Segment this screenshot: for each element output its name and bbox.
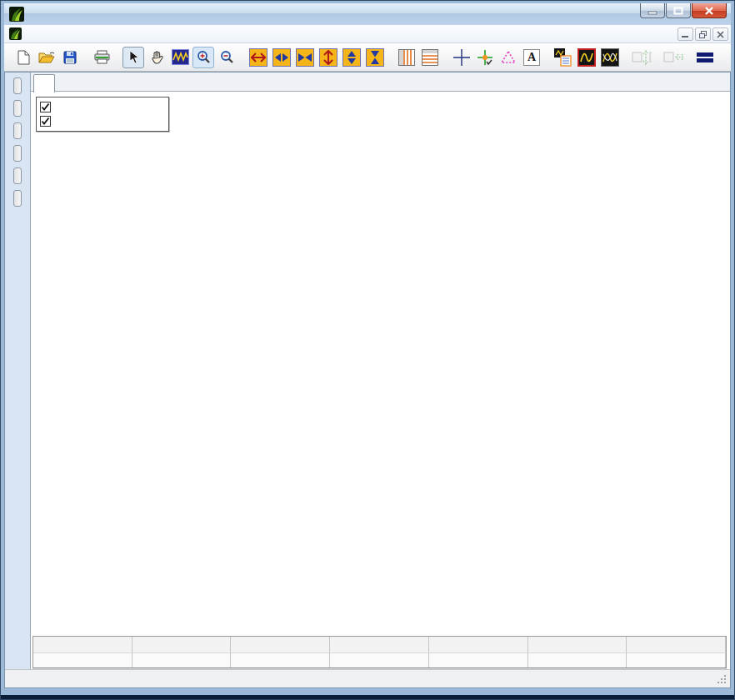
legend-line-sample-ph — [58, 121, 79, 122]
status-value-x-cursor — [33, 652, 132, 668]
title-bar[interactable] — [4, 3, 731, 25]
tab-strip — [31, 72, 730, 92]
menu-windows[interactable] — [65, 32, 78, 37]
legend-checkbox-ph[interactable] — [40, 116, 51, 127]
horizontal-grid-button[interactable] — [419, 47, 441, 68]
crosshair-cursor-button[interactable] — [451, 47, 472, 68]
layout-icon[interactable] — [694, 47, 716, 68]
legend-editor-button[interactable] — [552, 47, 574, 68]
stretch-y-axis-button[interactable] — [341, 47, 362, 68]
mdi-restore-button[interactable] — [695, 28, 711, 41]
plot-canvas[interactable] — [128, 168, 678, 556]
client-area — [4, 72, 731, 688]
legend-checkbox-db20[interactable] — [40, 102, 51, 112]
status-value-h-cal-1dx — [429, 652, 528, 668]
tracker-marker-button[interactable] — [474, 47, 496, 68]
menu-file[interactable] — [25, 32, 38, 37]
status-header-x-cursor — [33, 637, 132, 652]
status-value-row — [33, 652, 726, 668]
menu-help[interactable] — [78, 32, 92, 37]
select-arrow-button[interactable] — [122, 47, 144, 68]
legend-line-sample-db20 — [58, 107, 79, 108]
mdi-close-button[interactable] — [712, 28, 728, 41]
status-value-vert-d — [627, 652, 726, 668]
expand-x-axis-button[interactable] — [248, 47, 269, 68]
text-annotation-button[interactable]: A — [521, 47, 542, 68]
status-header-horz-d — [528, 637, 628, 652]
sidebar-item-edit-axes[interactable] — [13, 122, 22, 139]
legend-box — [36, 97, 169, 132]
status-header-y-cursor — [132, 637, 232, 652]
print-button[interactable] — [91, 47, 112, 68]
status-value-y-cursor — [132, 652, 232, 668]
zoom-window-button[interactable] — [169, 47, 191, 68]
app-logo-icon-small — [9, 28, 22, 40]
shrink-y-axis-button[interactable] — [364, 47, 386, 68]
mdi-window-controls — [676, 28, 728, 41]
sidebar-item-edit-graph[interactable] — [13, 100, 22, 117]
resize-grip[interactable] — [717, 674, 728, 685]
sidebar-item-edit-plots[interactable] — [13, 78, 22, 94]
shrink-x-axis-button[interactable] — [294, 47, 316, 68]
menu-view[interactable] — [52, 32, 65, 37]
expand-y-axis-button[interactable] — [318, 47, 339, 68]
status-value-horz-d — [528, 652, 628, 668]
window-bottom-edge — [1, 695, 734, 699]
menu-edit[interactable] — [38, 32, 52, 37]
status-header-h-cal-1dx — [429, 637, 528, 652]
vertical-grid-button[interactable] — [396, 47, 418, 68]
status-value-v-caliper — [231, 652, 330, 668]
app-logo-icon — [9, 7, 24, 22]
align-horizontal-button[interactable] — [662, 47, 684, 68]
window-controls — [640, 3, 728, 18]
single-trace-view-button[interactable] — [576, 47, 598, 68]
multi-trace-view-button[interactable] — [599, 47, 621, 68]
status-header-row — [33, 637, 726, 652]
save-button[interactable] — [59, 47, 81, 68]
zoom-in-button[interactable] — [192, 47, 214, 68]
legend-item-db20 — [40, 100, 165, 114]
menu-bar — [4, 25, 731, 43]
zoom-out-button[interactable] — [216, 47, 238, 68]
status-header-vert-d — [627, 637, 726, 652]
caliper-triangle-button[interactable] — [498, 47, 519, 68]
open-file-button[interactable] — [36, 47, 58, 68]
stretch-x-axis-button[interactable] — [271, 47, 292, 68]
status-header-v-caliper — [231, 637, 330, 652]
pan-hand-button[interactable] — [146, 47, 168, 68]
sidebar-item-tracker[interactable] — [13, 145, 22, 162]
minimize-button[interactable] — [640, 3, 665, 18]
plot-document — [30, 72, 730, 669]
status-strip — [5, 669, 730, 688]
status-header-h-cal-dx — [330, 637, 429, 652]
tab-fdtd-dp-s11[interactable] — [33, 74, 55, 92]
new-file-button[interactable] — [12, 47, 34, 68]
maximize-button[interactable] — [666, 3, 691, 18]
close-button[interactable] — [692, 3, 727, 18]
app-window: A — [0, 0, 735, 700]
toolbar: A — [4, 43, 731, 72]
legend-item-ph — [40, 114, 165, 128]
sidebar — [5, 72, 30, 688]
sidebar-item-workspace[interactable] — [13, 168, 22, 184]
status-value-h-cal-dx — [330, 652, 429, 668]
mdi-minimize-button[interactable] — [678, 28, 693, 41]
align-vertical-button[interactable] — [631, 47, 652, 68]
sidebar-item-hide[interactable] — [13, 190, 22, 207]
cursor-status-table — [32, 636, 727, 669]
